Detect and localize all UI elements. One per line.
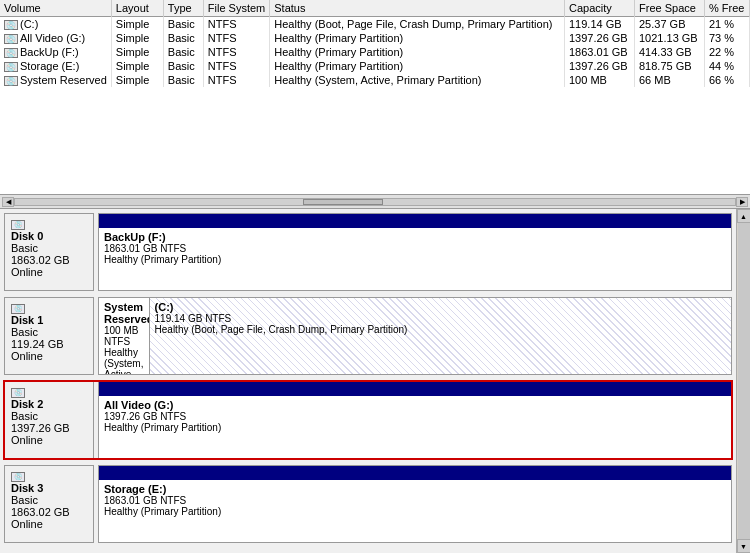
disk-row-disk3[interactable]: 💿Disk 3Basic1863.02 GBOnlineStorage (E:)… (4, 465, 732, 543)
vertical-scrollbar[interactable]: ▲ ▼ (736, 209, 750, 553)
disk-size: 119.24 GB (11, 338, 87, 350)
disk-label-disk1: 💿Disk 1Basic119.24 GBOnline (4, 297, 94, 375)
disk-partitions: All Video (G:)1397.26 GB NTFSHealthy (Pr… (99, 396, 731, 458)
cell-freespace: 414.33 GB (635, 45, 705, 59)
partition-info2: Healthy (Primary Partition) (104, 506, 726, 517)
disk-status: Online (11, 350, 87, 362)
disk-name: Disk 0 (11, 230, 87, 242)
disk-row-disk0[interactable]: 💿Disk 0Basic1863.02 GBOnlineBackUp (F:)1… (4, 213, 732, 291)
disk-type: Basic (11, 242, 87, 254)
disk-icon: 💿 (11, 218, 87, 230)
cell-volume: 💿(C:) (0, 17, 111, 32)
disk-type: Basic (11, 494, 87, 506)
disk-type: Basic (11, 326, 87, 338)
col-volume[interactable]: Volume (0, 0, 111, 17)
partition-name: Storage (E:) (104, 483, 726, 495)
cell-fs: NTFS (203, 17, 269, 32)
col-type[interactable]: Type (163, 0, 203, 17)
volume-table: Volume Layout Type File System Status Ca… (0, 0, 750, 87)
disk-label-disk2: 💿Disk 2Basic1397.26 GBOnline (4, 381, 94, 459)
scrollbar-thumb[interactable] (303, 199, 383, 205)
disk-size: 1397.26 GB (11, 422, 87, 434)
cell-capacity: 1397.26 GB (565, 59, 635, 73)
partition-info2: Healthy (Boot, Page File, Crash Dump, Pr… (155, 324, 726, 335)
cell-capacity: 100 MB (565, 73, 635, 87)
partition[interactable]: BackUp (F:)1863.01 GB NTFSHealthy (Prima… (99, 228, 731, 290)
disks-container: 💿Disk 0Basic1863.02 GBOnlineBackUp (F:)1… (0, 209, 736, 553)
disk-row-disk2[interactable]: 💿Disk 2Basic1397.26 GBOnlineAll Video (G… (4, 381, 732, 459)
disk-label-disk3: 💿Disk 3Basic1863.02 GBOnline (4, 465, 94, 543)
cell-freespace: 818.75 GB (635, 59, 705, 73)
scroll-right-button[interactable]: ▶ (736, 197, 748, 207)
disk-header-bar (99, 214, 731, 228)
cell-volume: 💿All Video (G:) (0, 31, 111, 45)
cell-status: Healthy (Primary Partition) (270, 31, 565, 45)
disk-content-disk2: All Video (G:)1397.26 GB NTFSHealthy (Pr… (98, 381, 732, 459)
col-capacity[interactable]: Capacity (565, 0, 635, 17)
partition[interactable]: Storage (E:)1863.01 GB NTFSHealthy (Prim… (99, 480, 731, 542)
table-header-row: Volume Layout Type File System Status Ca… (0, 0, 750, 17)
disk-type: Basic (11, 410, 87, 422)
cell-volume: 💿BackUp (F:) (0, 45, 111, 59)
cell-volume: 💿System Reserved (0, 73, 111, 87)
disk-content-disk1: System Reserved100 MB NTFSHealthy (Syste… (98, 297, 732, 375)
cell-status: Healthy (Primary Partition) (270, 59, 565, 73)
disk-row-disk1[interactable]: 💿Disk 1Basic119.24 GBOnlineSystem Reserv… (4, 297, 732, 375)
disk-icon: 💿 (11, 386, 87, 398)
col-freespace[interactable]: Free Space (635, 0, 705, 17)
table-row[interactable]: 💿(C:) Simple Basic NTFS Healthy (Boot, P… (0, 17, 750, 32)
partition-info1: 1863.01 GB NTFS (104, 495, 726, 506)
table-row[interactable]: 💿All Video (G:) Simple Basic NTFS Health… (0, 31, 750, 45)
scroll-left-button[interactable]: ◀ (2, 197, 14, 207)
scroll-up-button[interactable]: ▲ (737, 209, 751, 223)
table-row[interactable]: 💿Storage (E:) Simple Basic NTFS Healthy … (0, 59, 750, 73)
table-row[interactable]: 💿BackUp (F:) Simple Basic NTFS Healthy (… (0, 45, 750, 59)
disk-size: 1863.02 GB (11, 506, 87, 518)
disk-icon: 💿 (11, 302, 87, 314)
cell-layout: Simple (111, 73, 163, 87)
partition[interactable]: System Reserved100 MB NTFSHealthy (Syste… (99, 298, 150, 375)
disk-name: Disk 1 (11, 314, 87, 326)
cell-freespace: 66 MB (635, 73, 705, 87)
cell-type: Basic (163, 73, 203, 87)
cell-freespace: 25.37 GB (635, 17, 705, 32)
partition[interactable]: All Video (G:)1397.26 GB NTFSHealthy (Pr… (99, 396, 731, 458)
partition-name: System Reserved (104, 301, 144, 325)
partition-name: (C:) (155, 301, 726, 313)
partition-info1: 1863.01 GB NTFS (104, 243, 726, 254)
col-filesystem[interactable]: File System (203, 0, 269, 17)
col-status[interactable]: Status (270, 0, 565, 17)
volume-table-container: Volume Layout Type File System Status Ca… (0, 0, 750, 195)
disk-icon: 💿 (11, 470, 87, 482)
cell-pctfree: 22 % (705, 45, 750, 59)
disk-content-disk3: Storage (E:)1863.01 GB NTFSHealthy (Prim… (98, 465, 732, 543)
partition-info2: Healthy (Primary Partition) (104, 422, 726, 433)
cell-type: Basic (163, 31, 203, 45)
cell-status: Healthy (Primary Partition) (270, 45, 565, 59)
disk-content-disk0: BackUp (F:)1863.01 GB NTFSHealthy (Prima… (98, 213, 732, 291)
cell-layout: Simple (111, 59, 163, 73)
col-layout[interactable]: Layout (111, 0, 163, 17)
disk-partitions: System Reserved100 MB NTFSHealthy (Syste… (99, 298, 731, 375)
scroll-down-button[interactable]: ▼ (737, 539, 751, 553)
disk-header-bar (99, 466, 731, 480)
disk-label-disk0: 💿Disk 0Basic1863.02 GBOnline (4, 213, 94, 291)
cell-type: Basic (163, 45, 203, 59)
cell-volume: 💿Storage (E:) (0, 59, 111, 73)
cell-type: Basic (163, 17, 203, 32)
disk-header-bar (99, 382, 731, 396)
disk-map-section: 💿Disk 0Basic1863.02 GBOnlineBackUp (F:)1… (0, 209, 750, 553)
cell-fs: NTFS (203, 59, 269, 73)
table-row[interactable]: 💿System Reserved Simple Basic NTFS Healt… (0, 73, 750, 87)
partition-name: All Video (G:) (104, 399, 726, 411)
cell-status: Healthy (Boot, Page File, Crash Dump, Pr… (270, 17, 565, 32)
horizontal-scrollbar[interactable]: ◀ ▶ (0, 195, 750, 209)
scroll-track-vertical[interactable] (738, 223, 750, 539)
scrollbar-track[interactable] (14, 198, 736, 206)
partition[interactable]: (C:)119.14 GB NTFSHealthy (Boot, Page Fi… (150, 298, 731, 375)
partition-info2: Healthy (System, Active, (104, 347, 144, 375)
col-pctfree[interactable]: % Free (705, 0, 750, 17)
cell-status: Healthy (System, Active, Primary Partiti… (270, 73, 565, 87)
cell-capacity: 119.14 GB (565, 17, 635, 32)
disk-partitions: Storage (E:)1863.01 GB NTFSHealthy (Prim… (99, 480, 731, 542)
